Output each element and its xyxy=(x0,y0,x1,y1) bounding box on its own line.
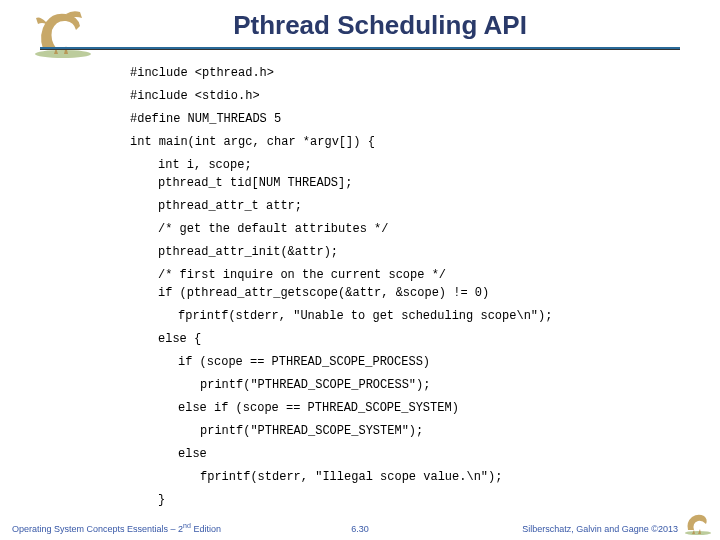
code-line: else xyxy=(130,445,720,463)
footer-book-title: Operating System Concepts Essentials – 2… xyxy=(12,522,221,534)
footer-left-post: Edition xyxy=(191,524,221,534)
code-line: #include <stdio.h> xyxy=(130,87,720,105)
code-block: #include <pthread.h> #include <stdio.h> … xyxy=(130,64,720,509)
code-line: else if (scope == PTHREAD_SCOPE_SYSTEM) xyxy=(130,399,720,417)
code-line: fprintf(stderr, "Illegal scope value.\n"… xyxy=(130,468,720,486)
code-line: pthread_attr_t attr; xyxy=(130,197,720,215)
footer-copyright: Silberschatz, Galvin and Gagne ©2013 xyxy=(522,524,678,534)
code-line: printf("PTHREAD_SCOPE_SYSTEM"); xyxy=(130,422,720,440)
code-line: else { xyxy=(130,330,720,348)
code-line: if (pthread_attr_getscope(&attr, &scope)… xyxy=(130,284,720,302)
slide-title: Pthread Scheduling API xyxy=(233,10,527,41)
code-line: pthread_t tid[NUM THREADS]; xyxy=(130,174,720,192)
svg-point-1 xyxy=(685,531,711,535)
code-line: #include <pthread.h> xyxy=(130,64,720,82)
dinosaur-small-icon xyxy=(682,510,714,536)
code-line: int main(int argc, char *argv[]) { xyxy=(130,133,720,151)
footer-left-pre: Operating System Concepts Essentials – 2 xyxy=(12,524,183,534)
code-line: if (scope == PTHREAD_SCOPE_PROCESS) xyxy=(130,353,720,371)
footer-left-sup: nd xyxy=(183,522,191,529)
code-line: #define NUM_THREADS 5 xyxy=(130,110,720,128)
code-line: int i, scope; xyxy=(130,156,720,174)
slide: Pthread Scheduling API #include <pthread… xyxy=(0,0,720,540)
code-line: } xyxy=(130,491,720,509)
footer-page-number: 6.30 xyxy=(351,524,369,534)
code-line: /* first inquire on the current scope */ xyxy=(130,266,720,284)
code-line: fprintf(stderr, "Unable to get schedulin… xyxy=(130,307,720,325)
code-line: printf("PTHREAD_SCOPE_PROCESS"); xyxy=(130,376,720,394)
title-rule xyxy=(40,47,680,50)
svg-point-0 xyxy=(35,50,91,58)
title-area: Pthread Scheduling API xyxy=(0,0,720,50)
code-line: pthread_attr_init(&attr); xyxy=(130,243,720,261)
code-line: /* get the default attributes */ xyxy=(130,220,720,238)
